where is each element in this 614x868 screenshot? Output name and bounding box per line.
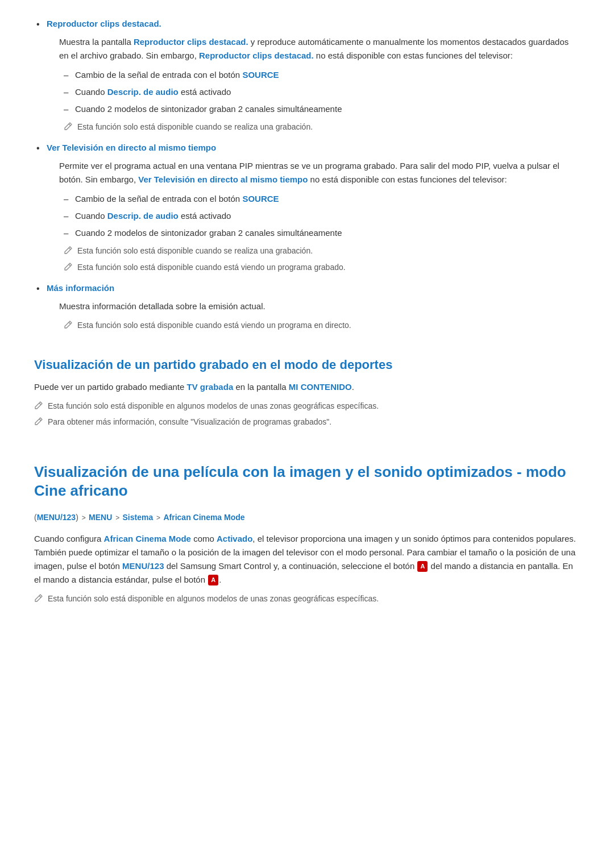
ver-tv-sub2-text1: Cuando (75, 211, 107, 221)
ver-tv-sub-item-2: Cuando Descrip. de audio está activado (64, 209, 580, 223)
sports-note-2-text: Para obtener más información, consulte "… (48, 417, 331, 426)
breadcrumb-chevron2: > (115, 514, 121, 522)
sports-note-1-text: Esta función solo está disponible en alg… (48, 401, 379, 410)
sports-notes: Esta función solo está disponible en alg… (34, 400, 580, 429)
breadcrumb-menu: MENU (89, 513, 112, 522)
reproductor-p-link1: Reproductor clips destacad. (134, 37, 248, 47)
ver-tv-sub-item-3: Cuando 2 modelos de sintonizador graban … (64, 226, 580, 240)
sports-p-text3: . (352, 382, 354, 392)
ver-tv-sub1-link: SOURCE (242, 194, 279, 203)
ver-tv-notes: Esta función solo está disponible cuando… (47, 244, 580, 273)
reproductor-sub-item-1: Cambio de la señal de entrada con el bot… (64, 68, 580, 82)
reproductor-title: Reproductor clips destacad. (47, 19, 161, 28)
reproductor-sub1-text: Cambio de la señal de entrada con el bot… (75, 70, 242, 80)
bullet-item-reproductor: Reproductor clips destacad. Muestra la p… (34, 17, 580, 133)
bullet-item-ver-tv: Ver Televisión en directo al mismo tiemp… (34, 141, 580, 273)
mas-info-p-text: Muestra información detallada sobre la e… (59, 301, 265, 311)
reproductor-p-text1: Muestra la pantalla (59, 37, 134, 47)
sports-p-link1: TV grabada (187, 382, 234, 392)
breadcrumb-chevron3: > (156, 514, 162, 522)
african-p-text1: Cuando configura (34, 534, 104, 543)
ver-tv-p-link: Ver Televisión en directo al mismo tiemp… (138, 175, 308, 184)
breadcrumb-sistema: Sistema (123, 513, 154, 522)
pencil-icon (64, 122, 73, 131)
sports-section-title: Visualización de un partido grabado en e… (34, 355, 580, 375)
reproductor-sub2-link: Descrip. de audio (107, 87, 179, 97)
reproductor-p-link2: Reproductor clips destacad. (199, 51, 314, 60)
sports-p-link2: MI CONTENIDO (289, 382, 352, 392)
reproductor-sub-item-3: Cuando 2 modelos de sintonizador graban … (64, 102, 580, 116)
reproductor-paragraph: Muestra la pantalla Reproductor clips de… (47, 35, 580, 63)
african-p-link3: MENU/123 (122, 561, 164, 571)
african-notes: Esta función solo está disponible en alg… (34, 592, 580, 605)
ver-tv-sub3-text: Cuando 2 modelos de sintonizador graban … (75, 228, 342, 238)
reproductor-note-1-text: Esta función solo está disponible cuando… (77, 122, 313, 131)
reproductor-note-1: Esta función solo está disponible cuando… (64, 121, 580, 133)
african-p-text6: . (219, 575, 221, 584)
african-note-1: Esta función solo está disponible en alg… (34, 592, 580, 605)
sports-note-2: Para obtener más información, consulte "… (34, 416, 580, 428)
ver-tv-sub2-text2: está activado (179, 211, 231, 221)
african-p-btn1: A (417, 561, 428, 572)
african-note-1-text: Esta función solo está disponible en alg… (48, 594, 379, 603)
bullet-item-mas-info: Más información Muestra información deta… (34, 281, 580, 331)
main-bullet-list: Reproductor clips destacad. Muestra la p… (34, 17, 580, 332)
breadcrumb-chevron1: > (82, 514, 88, 522)
breadcrumb-part1-end: ) (76, 513, 78, 522)
african-section-title: Visualización de una película con la ima… (34, 463, 580, 501)
ver-tv-sub-list: Cambio de la señal de entrada con el bot… (47, 192, 580, 240)
sports-note-1: Esta función solo está disponible en alg… (34, 400, 580, 412)
african-p-link1: African Cinema Mode (104, 534, 191, 543)
ver-tv-paragraph: Permite ver el programa actual en una ve… (47, 159, 580, 186)
pencil-icon (64, 320, 73, 329)
pencil-icon (64, 262, 73, 271)
ver-tv-note-2-text: Esta función solo está disponible cuando… (77, 263, 346, 272)
breadcrumb: (MENU/123) > MENU > Sistema > African Ci… (34, 511, 580, 524)
pencil-icon (34, 417, 43, 426)
reproductor-sub3-text: Cuando 2 modelos de sintonizador graban … (75, 104, 342, 114)
ver-tv-p-text2: no está disponible con estas funciones d… (308, 175, 507, 184)
mas-info-note-1: Esta función solo está disponible cuando… (64, 319, 580, 331)
ver-tv-note-1-text: Esta función solo está disponible cuando… (77, 246, 313, 255)
reproductor-sub2-text1: Cuando (75, 87, 107, 97)
ver-tv-sub2-link: Descrip. de audio (107, 211, 179, 221)
reproductor-notes: Esta función solo está disponible cuando… (47, 121, 580, 133)
african-p-link2: Activado (217, 534, 252, 543)
african-p-text4: del Samsung Smart Control y, a continuac… (164, 561, 417, 571)
reproductor-sub-list: Cambio de la señal de entrada con el bot… (47, 68, 580, 116)
mas-info-title: Más información (47, 283, 114, 293)
sports-p-text2: en la pantalla (233, 382, 289, 392)
mas-info-note-1-text: Esta función solo está disponible cuando… (77, 321, 351, 330)
african-p-btn2: A (208, 575, 218, 586)
pencil-icon (64, 246, 73, 255)
sports-paragraph: Puede ver un partido grabado mediante TV… (34, 380, 580, 394)
ver-tv-note-1: Esta función solo está disponible cuando… (64, 244, 580, 257)
reproductor-p-text3: no está disponible con estas funciones d… (314, 51, 513, 60)
mas-info-notes: Esta función solo está disponible cuando… (47, 319, 580, 331)
ver-tv-note-2: Esta función solo está disponible cuando… (64, 261, 580, 273)
breadcrumb-african-cinema-mode: African Cinema Mode (163, 513, 244, 522)
ver-tv-title: Ver Televisión en directo al mismo tiemp… (47, 143, 216, 152)
reproductor-sub-item-2: Cuando Descrip. de audio está activado (64, 85, 580, 99)
sports-p-text1: Puede ver un partido grabado mediante (34, 382, 187, 392)
pencil-icon (34, 401, 43, 410)
african-p-text2: como (191, 534, 217, 543)
african-paragraph: Cuando configura African Cinema Mode com… (34, 532, 580, 587)
ver-tv-sub1-text: Cambio de la señal de entrada con el bot… (75, 194, 242, 203)
mas-info-paragraph: Muestra información detallada sobre la e… (47, 300, 580, 313)
reproductor-sub1-link: SOURCE (242, 70, 279, 80)
pencil-icon (34, 593, 43, 603)
reproductor-sub2-text2: está activado (179, 87, 231, 97)
ver-tv-sub-item-1: Cambio de la señal de entrada con el bot… (64, 192, 580, 206)
breadcrumb-menu123: MENU/123 (37, 513, 76, 522)
